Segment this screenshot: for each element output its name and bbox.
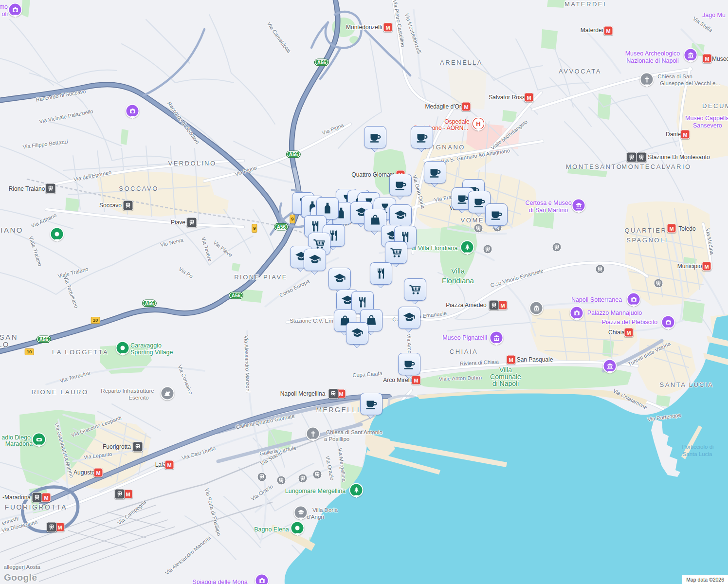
map-attribution: Map data ©2026 — [682, 575, 728, 584]
google-logo: Google — [4, 572, 37, 583]
map-canvas[interactable]: ARENELLAANTIGNANOVOMEROAVVOCATAMATERDEID… — [0, 0, 728, 584]
map-base-svg — [0, 0, 728, 584]
